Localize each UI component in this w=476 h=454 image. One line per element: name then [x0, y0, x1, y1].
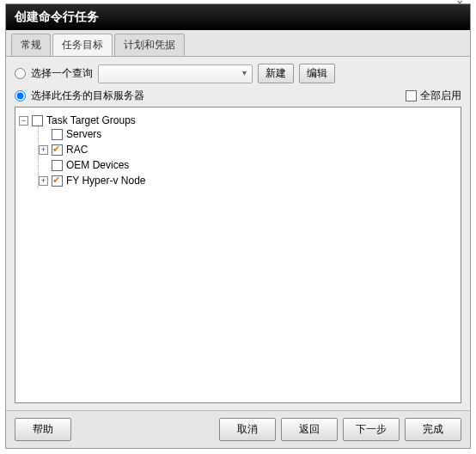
checkbox[interactable] — [52, 175, 63, 187]
next-button[interactable]: 下一步 — [343, 418, 400, 441]
expander-icon[interactable]: + — [39, 145, 48, 155]
checkbox[interactable] — [52, 144, 63, 156]
tree: − Task Target Groups Servers — [19, 113, 457, 190]
tree-label: RAC — [66, 144, 88, 156]
dialog: 创建命令行任务 常规 任务目标 计划和凭据 选择一个查询 新建 编辑 选择此任务… — [5, 3, 471, 449]
checkbox[interactable] — [52, 129, 63, 140]
new-query-button[interactable]: 新建 — [258, 64, 294, 83]
tab-content: 选择一个查询 新建 编辑 选择此任务的目标服务器 全部启用 − — [6, 57, 470, 410]
select-query-label: 选择一个查询 — [31, 66, 93, 81]
tree-node-oem[interactable]: OEM Devices — [39, 159, 457, 171]
tab-general[interactable]: 常规 — [11, 34, 51, 56]
tree-label: OEM Devices — [66, 159, 129, 171]
expander-empty — [39, 130, 48, 139]
tree-node-rac[interactable]: + RAC — [39, 144, 457, 156]
edit-query-button[interactable]: 编辑 — [299, 64, 335, 83]
expander-empty — [39, 161, 48, 170]
select-targets-label: 选择此任务的目标服务器 — [31, 89, 144, 103]
enable-all-box[interactable] — [406, 90, 417, 101]
finish-button[interactable]: 完成 — [405, 418, 461, 441]
tabs: 常规 任务目标 计划和凭据 — [6, 30, 470, 57]
expander-icon[interactable]: − — [19, 116, 28, 126]
query-row: 选择一个查询 新建 编辑 — [15, 64, 461, 83]
tab-target[interactable]: 任务目标 — [52, 34, 113, 56]
tree-node-servers[interactable]: Servers — [39, 128, 457, 140]
tree-node-hyperv[interactable]: + FY Hyper-v Node — [39, 175, 457, 187]
tree-node-root[interactable]: − Task Target Groups — [19, 114, 457, 126]
tree-label: Task Target Groups — [46, 114, 136, 126]
expander-icon[interactable]: + — [39, 176, 48, 186]
checkbox[interactable] — [32, 115, 43, 126]
select-query-radio[interactable] — [15, 68, 26, 79]
tab-schedule[interactable]: 计划和凭据 — [114, 34, 185, 56]
cancel-button[interactable]: 取消 — [219, 418, 276, 441]
query-combo[interactable] — [98, 64, 253, 83]
dialog-title: 创建命令行任务 — [6, 4, 470, 30]
tree-container: − Task Target Groups Servers — [15, 107, 461, 403]
tree-label: FY Hyper-v Node — [66, 175, 145, 187]
help-button[interactable]: 帮助 — [15, 418, 71, 441]
enable-all-label: 全部启用 — [420, 89, 461, 103]
tree-label: Servers — [66, 128, 101, 140]
enable-all-checkbox[interactable]: 全部启用 — [406, 89, 461, 103]
checkbox[interactable] — [52, 160, 63, 171]
footer: 帮助 取消 返回 下一步 完成 — [6, 410, 470, 448]
target-row: 选择此任务的目标服务器 全部启用 — [15, 89, 461, 103]
select-targets-radio[interactable] — [15, 90, 26, 101]
back-button[interactable]: 返回 — [281, 418, 338, 441]
